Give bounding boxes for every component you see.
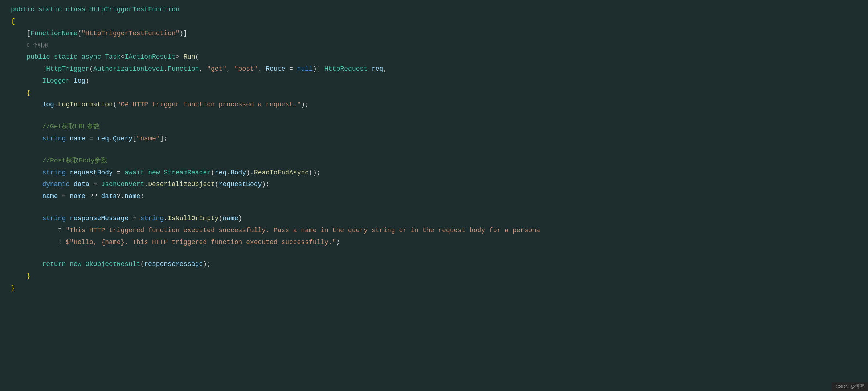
line-content: } — [9, 271, 868, 281]
token-punct: > — [176, 53, 180, 61]
token-punct: . — [144, 181, 148, 188]
token-punct: = — [289, 65, 293, 73]
token-white — [180, 53, 184, 61]
token-class-name: AuthorizationLevel — [93, 65, 164, 73]
token-kw-blue: dynamic — [42, 181, 70, 188]
code-lines: public static class HttpTriggerTestFunct… — [0, 4, 868, 294]
token-white — [11, 181, 42, 188]
token-white — [89, 181, 93, 188]
token-white — [62, 6, 66, 13]
token-light-blue: name — [70, 193, 85, 200]
token-white — [121, 169, 125, 176]
line-content: dynamic data = JsonConvert.DeserializeOb… — [9, 179, 868, 190]
token-punct: ). — [246, 169, 254, 176]
token-kw-blue: string — [140, 215, 164, 222]
code-line: ? "This HTTP triggered function executed… — [0, 225, 868, 236]
token-white — [11, 123, 42, 130]
code-viewer: public static class HttpTriggerTestFunct… — [0, 0, 868, 391]
token-white — [11, 215, 42, 222]
token-punct: ( — [219, 215, 223, 222]
token-kw: new — [148, 169, 160, 176]
token-bracket: } — [11, 284, 15, 292]
token-white — [62, 239, 66, 246]
token-punct: ? — [58, 227, 62, 234]
token-kw: public — [26, 53, 50, 61]
token-kw: async — [81, 53, 101, 61]
token-white — [113, 169, 117, 176]
token-kw: await — [124, 169, 144, 176]
token-kw-blue: null — [297, 65, 313, 73]
token-white — [11, 135, 42, 142]
token-white — [285, 65, 289, 73]
token-light-blue: name — [222, 215, 238, 222]
token-kw: static — [38, 6, 62, 13]
token-white — [66, 260, 70, 268]
token-bracket: { — [26, 89, 30, 96]
token-class-name: StreamReader — [164, 169, 211, 176]
token-white — [85, 6, 89, 13]
token-class-name: HttpRequest — [324, 65, 368, 73]
token-white — [66, 215, 70, 222]
token-string: "get" — [207, 65, 226, 73]
code-line: [HttpTrigger(AuthorizationLevel.Function… — [0, 63, 868, 75]
code-line — [0, 111, 868, 121]
code-line: return new OkObjectResult(responseMessag… — [0, 258, 868, 270]
token-light-blue: data — [101, 193, 117, 200]
token-punct: [ — [42, 65, 46, 73]
token-light-blue: req — [215, 169, 226, 176]
token-method: ReadToEndAsync — [254, 169, 309, 176]
token-punct: ( — [140, 260, 144, 268]
token-white — [70, 181, 74, 188]
token-white — [11, 53, 26, 61]
token-kw-blue: string — [42, 135, 66, 142]
token-punct: ( — [78, 30, 82, 37]
code-line: 0 个引用 — [0, 39, 868, 51]
token-white — [97, 181, 101, 188]
code-line: { — [0, 87, 868, 99]
token-punct: . — [226, 169, 230, 176]
token-white — [66, 135, 70, 142]
token-punct: ) — [238, 215, 242, 222]
token-white — [66, 193, 70, 200]
token-white — [11, 272, 26, 280]
token-white — [368, 65, 372, 73]
code-line: ILogger log) — [0, 75, 868, 87]
token-white — [97, 193, 101, 200]
token-white — [85, 135, 89, 142]
token-white — [93, 135, 97, 142]
token-white — [11, 260, 42, 268]
token-light-blue: req — [97, 135, 109, 142]
token-white — [160, 169, 164, 176]
token-class-name: HttpTrigger — [46, 65, 89, 73]
code-line: { — [0, 16, 868, 28]
line-content: log.LogInformation("C# HTTP trigger func… — [9, 99, 868, 110]
token-light-blue: req — [372, 65, 383, 73]
bottom-bar-text: CSDN @博客 — [835, 384, 864, 389]
token-punct: ; — [140, 193, 144, 200]
code-line: : $"Hello, {name}. This HTTP triggered f… — [0, 236, 868, 248]
token-punct: , — [226, 65, 234, 73]
token-class-name: JsonConvert — [101, 181, 144, 188]
token-punct: ); — [203, 260, 211, 268]
token-punct: . — [164, 65, 168, 73]
code-line: } — [0, 270, 868, 282]
code-line: log.LogInformation("C# HTTP trigger func… — [0, 99, 868, 111]
token-method: IsNullOrEmpty — [168, 215, 218, 222]
token-punct: ); — [301, 101, 309, 108]
token-comment: //Get获取URL参数 — [42, 123, 99, 130]
token-string: $"Hello, {name}. This HTTP triggered fun… — [66, 239, 336, 246]
token-punct: ?. — [117, 193, 125, 200]
token-light-blue: requestBody — [219, 181, 262, 188]
token-kw-blue: string — [42, 215, 66, 222]
token-punct: , — [258, 65, 266, 73]
token-class-name: OkObjectResult — [85, 260, 140, 268]
token-punct: . — [54, 101, 58, 108]
code-line — [0, 248, 868, 258]
token-white — [128, 215, 132, 222]
line-content: ILogger log) — [9, 76, 868, 86]
token-punct: ) — [85, 77, 89, 85]
token-punct: ?? — [89, 193, 97, 200]
line-content: [FunctionName("HttpTriggerTestFunction")… — [9, 28, 868, 39]
code-line — [0, 145, 868, 155]
token-kw: class — [66, 6, 85, 13]
